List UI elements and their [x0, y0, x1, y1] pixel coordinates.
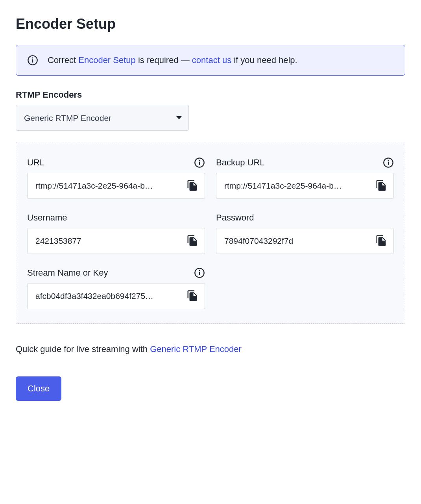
quick-guide-text: Quick guide for live streaming with Gene… [16, 344, 405, 354]
banner-link-encoder-setup[interactable]: Encoder Setup [78, 55, 136, 65]
rtmp-encoders-label: RTMP Encoders [16, 90, 405, 100]
copy-icon [375, 235, 387, 248]
url-label: URL [27, 158, 44, 168]
stream-key-value: afcb04df3a3f432ea0b694f275… [35, 291, 182, 301]
svg-point-11 [199, 270, 200, 271]
quick-guide-link[interactable]: Generic RTMP Encoder [150, 344, 242, 354]
field-username: Username 2421353877 [27, 211, 205, 254]
svg-point-2 [32, 57, 33, 59]
field-password: Password 7894f07043292f7d [216, 211, 394, 254]
copy-icon [186, 290, 198, 303]
copy-username-button[interactable] [185, 233, 200, 249]
password-label: Password [216, 213, 254, 223]
copy-password-button[interactable] [374, 233, 389, 249]
password-value: 7894f07043292f7d [224, 236, 371, 246]
page-title: Encoder Setup [16, 16, 405, 32]
copy-icon [186, 180, 198, 193]
info-icon [27, 55, 38, 66]
copy-stream-key-button[interactable] [185, 288, 200, 304]
username-label: Username [27, 213, 67, 223]
close-button[interactable]: Close [16, 376, 61, 401]
banner-text: Correct Encoder Setup is required — cont… [48, 55, 297, 65]
backup-url-info-icon[interactable] [383, 157, 394, 168]
copy-icon [375, 180, 387, 193]
encoder-select[interactable]: Generic RTMP Encoder [16, 105, 189, 131]
svg-point-5 [199, 160, 200, 161]
svg-point-8 [388, 160, 389, 161]
copy-url-button[interactable] [185, 178, 200, 194]
backup-url-label: Backup URL [216, 158, 265, 168]
stream-key-label: Stream Name or Key [27, 268, 108, 278]
encoder-select-wrap: Generic RTMP Encoder [16, 105, 189, 131]
quick-guide-prefix: Quick guide for live streaming with [16, 344, 150, 354]
backup-url-value: rtmp://51471a3c-2e25-964a-b… [224, 181, 371, 191]
field-url: URL rtmp://51471a3c-2e25-964a-b… [27, 156, 205, 199]
copy-icon [186, 235, 198, 248]
field-stream-key: Stream Name or Key afcb04df3a3f432ea0b69… [27, 267, 205, 309]
url-value: rtmp://51471a3c-2e25-964a-b… [35, 181, 182, 191]
username-value: 2421353877 [35, 236, 182, 246]
banner-link-contact-us[interactable]: contact us [192, 55, 231, 65]
field-backup-url: Backup URL rtmp://51471a3c-2e25-964a-b… [216, 156, 394, 199]
banner-suffix: if you need help. [231, 55, 297, 65]
info-banner: Correct Encoder Setup is required — cont… [16, 45, 405, 76]
stream-key-info-icon[interactable] [194, 267, 205, 278]
banner-mid: is required — [136, 55, 192, 65]
copy-backup-url-button[interactable] [374, 178, 389, 194]
url-info-icon[interactable] [194, 157, 205, 168]
banner-prefix: Correct [48, 55, 78, 65]
credentials-panel: URL rtmp://51471a3c-2e25-964a-b… [16, 142, 405, 324]
